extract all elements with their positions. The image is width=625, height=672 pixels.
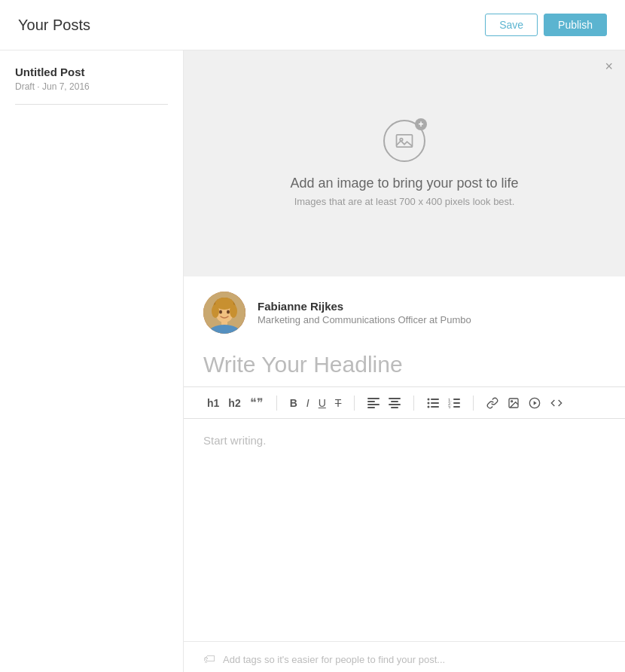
author-section: Fabianne Rijkes Marketing and Communicat… <box>184 276 625 349</box>
text-format-group: B I U T <box>286 395 346 411</box>
align-center-button[interactable] <box>385 396 404 411</box>
sidebar: Untitled Post Draft · Jun 7, 2016 <box>0 50 184 672</box>
svg-rect-15 <box>367 407 375 408</box>
ordered-list-button[interactable]: 1. 2. 3. <box>444 396 464 411</box>
tag-input-placeholder[interactable]: Add tags so it's easier for people to fi… <box>223 654 445 665</box>
h2-button[interactable]: h2 <box>224 395 244 411</box>
toolbar-divider-2 <box>354 396 355 411</box>
image-button[interactable] <box>504 395 523 411</box>
svg-rect-21 <box>431 399 439 400</box>
upload-title: Add an image to bring your post to life <box>290 176 518 191</box>
plus-badge: + <box>415 118 427 130</box>
svg-rect-29 <box>453 402 460 404</box>
sidebar-post-meta: Draft · Jun 7, 2016 <box>15 81 168 92</box>
svg-rect-27 <box>453 399 460 400</box>
headline-input[interactable]: Write Your Headline <box>203 352 403 377</box>
author-role: Marketing and Communications Officer at … <box>258 314 471 325</box>
bullet-list-button[interactable] <box>423 396 443 411</box>
svg-rect-31 <box>453 406 460 408</box>
page-title: Your Posts <box>18 17 90 34</box>
toolbar-divider-1 <box>276 396 277 411</box>
svg-point-20 <box>428 398 430 400</box>
sidebar-post-title[interactable]: Untitled Post <box>15 66 168 78</box>
svg-rect-23 <box>431 402 439 404</box>
link-button[interactable] <box>483 395 502 411</box>
save-button[interactable]: Save <box>485 14 538 36</box>
svg-rect-16 <box>389 398 401 399</box>
align-left-button[interactable] <box>364 396 383 411</box>
author-info: Fabianne Rijkes Marketing and Communicat… <box>258 300 471 325</box>
svg-text:3.: 3. <box>448 405 452 408</box>
sidebar-divider <box>15 104 168 105</box>
avatar-image <box>203 292 245 334</box>
layout: Untitled Post Draft · Jun 7, 2016 × + Ad… <box>0 50 625 672</box>
code-button[interactable] <box>546 395 567 411</box>
svg-point-8 <box>230 304 237 318</box>
image-icon: + <box>383 120 425 162</box>
align-group <box>364 396 404 411</box>
italic-button[interactable]: I <box>303 395 313 411</box>
svg-point-24 <box>428 405 430 408</box>
list-group: 1. 2. 3. <box>423 396 464 411</box>
svg-rect-19 <box>391 407 398 408</box>
publish-button[interactable]: Publish <box>544 14 607 36</box>
heading-group: h1 h2 ❝❞ <box>203 393 267 412</box>
svg-rect-12 <box>367 398 380 399</box>
author-name: Fabianne Rijkes <box>258 300 471 313</box>
svg-point-10 <box>227 310 230 314</box>
close-button[interactable]: × <box>605 60 613 73</box>
headline-area[interactable]: Write Your Headline <box>184 349 625 386</box>
svg-rect-25 <box>431 406 439 408</box>
svg-point-33 <box>511 400 513 402</box>
video-button[interactable] <box>525 395 544 411</box>
tag-icon: 🏷 <box>203 652 215 666</box>
svg-rect-14 <box>367 404 380 405</box>
svg-rect-13 <box>367 401 375 402</box>
svg-rect-17 <box>391 401 398 402</box>
toolbar-divider-4 <box>473 396 474 411</box>
toolbar-divider-3 <box>413 396 414 411</box>
svg-rect-18 <box>389 404 401 405</box>
quote-button[interactable]: ❝❞ <box>246 393 267 412</box>
bold-button[interactable]: B <box>286 395 301 411</box>
avatar <box>203 292 245 334</box>
writing-placeholder[interactable]: Start writing. <box>203 434 266 447</box>
underline-button[interactable]: U <box>315 395 330 411</box>
svg-point-9 <box>219 310 222 314</box>
writing-area[interactable]: Start writing. <box>184 419 625 570</box>
h1-button[interactable]: h1 <box>203 395 223 411</box>
svg-point-7 <box>212 304 219 318</box>
insert-group <box>483 395 567 411</box>
strikethrough-button[interactable]: T <box>331 395 346 411</box>
svg-point-22 <box>428 402 430 404</box>
main-content: × + Add an image to bring your post to l… <box>184 50 625 672</box>
image-svg-icon <box>394 130 415 151</box>
svg-marker-35 <box>534 401 537 405</box>
header-actions: Save Publish <box>485 14 607 36</box>
upload-subtitle: Images that are at least 700 x 400 pixel… <box>294 196 515 207</box>
header: Your Posts Save Publish <box>0 0 625 50</box>
image-upload-area[interactable]: × + Add an image to bring your post to l… <box>184 50 625 276</box>
formatting-toolbar: h1 h2 ❝❞ B I U T <box>184 386 625 419</box>
avatar-svg <box>203 292 245 334</box>
tags-footer[interactable]: 🏷 Add tags so it's easier for people to … <box>184 641 625 672</box>
